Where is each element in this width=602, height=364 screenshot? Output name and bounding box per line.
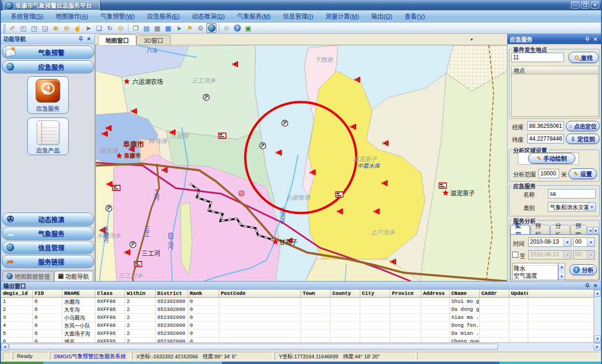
menu-item-D[interactable]: 动态推演(D): [186, 10, 231, 22]
hour-to-select[interactable]: 00 ▼: [573, 250, 595, 260]
nav-group-weather-warning[interactable]: 气象预警: [2, 46, 94, 59]
pointer-icon[interactable]: ➤: [83, 23, 93, 33]
pin-icon[interactable]: [584, 282, 591, 289]
menu-item-V[interactable]: 查看(V): [398, 10, 431, 22]
reservoir-flag-icon[interactable]: [336, 192, 343, 197]
select-polygon-icon[interactable]: ◳: [29, 23, 39, 33]
close-icon[interactable]: ✕: [592, 36, 599, 42]
column-header-Town[interactable]: Town: [301, 290, 330, 297]
column-header-District[interactable]: District: [155, 290, 188, 297]
longitude-input[interactable]: [527, 121, 564, 131]
column-header-Provice[interactable]: Provice: [390, 290, 421, 297]
zoom-in-icon[interactable]: ⊕: [51, 23, 61, 33]
nav-button-0[interactable]: ✇动态推演: [2, 213, 94, 226]
nav-button-3[interactable]: ➦服务链接: [2, 255, 94, 268]
globe-icon[interactable]: [206, 23, 216, 33]
manual-draw-button[interactable]: ✎ 手动绘制: [528, 153, 575, 164]
find-button[interactable]: 查找: [569, 52, 599, 63]
table-row[interactable]: 30小马厩沟0XFF8626523020000Xiao ma ...: [1, 313, 595, 321]
mine-site-icon[interactable]: [260, 143, 266, 149]
scroll-up-icon[interactable]: ▲: [559, 263, 565, 270]
date-select[interactable]: 2010-08-13 ▼: [528, 237, 571, 247]
toolbar-grip[interactable]: [3, 24, 6, 32]
hour-select[interactable]: 00 ▼: [573, 237, 595, 247]
nav-button-1[interactable]: ☁气象服务: [2, 227, 94, 240]
pin-icon[interactable]: [584, 36, 591, 42]
service-type-select[interactable]: 气象和洪水灾害 ▼: [548, 202, 596, 212]
placemark-icon[interactable]: ⚑: [185, 23, 195, 33]
mine-site-icon[interactable]: [130, 242, 136, 248]
table-vertical-scrollbar[interactable]: ▲ ▼: [594, 290, 601, 342]
menu-item-O[interactable]: 输出(O): [365, 10, 399, 22]
menu-item-A[interactable]: 地图操作(A): [49, 10, 94, 22]
location-list[interactable]: [511, 74, 599, 117]
scroll-up-icon[interactable]: ▲: [594, 290, 601, 297]
full-extent-icon[interactable]: ❏: [94, 23, 104, 33]
mine-site-icon[interactable]: [203, 95, 209, 101]
tab-live[interactable]: 实况: [510, 225, 530, 234]
table-horizontal-scrollbar[interactable]: ◄ ►: [1, 342, 601, 350]
tab-forecast[interactable]: 预报: [531, 225, 550, 234]
column-header-dmgis_id[interactable]: dmgis_id: [1, 290, 32, 297]
help-icon[interactable]: ?: [232, 23, 242, 33]
date-to-select[interactable]: 2010-08-13 ▼: [528, 250, 571, 260]
pan-icon[interactable]: ☝: [72, 23, 82, 33]
close-button[interactable]: ✕: [591, 1, 599, 8]
print-setup-icon[interactable]: ▩: [163, 23, 173, 33]
menu-item-W[interactable]: 气象预警(W): [95, 10, 141, 22]
measure-icon[interactable]: ✐: [8, 23, 17, 33]
tab-3d-window[interactable]: 3D窗口: [136, 35, 171, 45]
list-item[interactable]: 降水: [513, 266, 558, 273]
scene-icon[interactable]: ▣: [243, 23, 253, 33]
identify-icon[interactable]: ⊙: [116, 23, 126, 33]
minimize-button[interactable]: —: [571, 1, 579, 8]
column-header-Class[interactable]: Class: [95, 290, 125, 297]
factor-list[interactable]: 降水 空气温度: [512, 263, 558, 280]
tab-analysis[interactable]: 分析: [550, 225, 570, 234]
column-header-FID[interactable]: FID: [32, 290, 62, 297]
factor-list-scrollbar[interactable]: ▲ ▼: [558, 263, 565, 280]
scrollbar-thumb[interactable]: [9, 344, 498, 350]
tab-plan[interactable]: 预案: [570, 225, 587, 234]
menu-item-M[interactable]: 测量计算(M): [319, 10, 365, 22]
column-header-Address[interactable]: Address: [421, 290, 449, 297]
nav-button-2[interactable]: 信息管理: [2, 241, 94, 254]
column-header-Rank[interactable]: Rank: [188, 290, 219, 297]
close-icon[interactable]: ✕: [86, 36, 92, 42]
service-name-input[interactable]: [548, 189, 596, 198]
column-header-Within[interactable]: Within: [125, 290, 155, 297]
settings-icon[interactable]: ⚙: [196, 23, 206, 33]
deselect-icon[interactable]: ◲: [40, 23, 50, 33]
select-feature-icon[interactable]: ➤: [174, 23, 184, 33]
close-icon[interactable]: ✕: [592, 282, 599, 289]
refresh-icon[interactable]: ↻: [105, 23, 115, 33]
click-locate-button[interactable]: ⌂ 点击定位: [566, 121, 600, 131]
pin-icon[interactable]: [78, 36, 84, 42]
zoom-out-icon[interactable]: ⊖: [62, 23, 71, 33]
tab-scroll-left-icon[interactable]: ◄: [587, 227, 593, 234]
scroll-down-icon[interactable]: ▼: [559, 273, 565, 280]
map-canvas[interactable]: 八斗六运湖农场三工河乡下西泉九运街种马场阜康市城关镇阜康市滋泥泉子中葛水库小泉牧…: [95, 45, 507, 281]
set-button[interactable]: ✎ 设置: [569, 168, 597, 179]
scroll-right-icon[interactable]: ►: [594, 343, 601, 350]
chevron-down-icon[interactable]: ▼: [588, 203, 595, 211]
maximize-button[interactable]: ❐: [581, 1, 589, 8]
to-checkbox[interactable]: [512, 252, 518, 258]
export-map-icon[interactable]: ▤: [142, 23, 151, 33]
menu-item-M[interactable]: 气象服务(M): [231, 10, 277, 22]
mine-site-icon[interactable]: [106, 206, 112, 212]
emergency-service-button[interactable]: 应急服务: [27, 76, 69, 114]
column-header-Update[interactable]: Update: [509, 290, 528, 297]
select-rectangle-icon[interactable]: ◰: [18, 23, 28, 33]
chevron-down-icon[interactable]: ▼: [467, 36, 476, 43]
column-header-CName[interactable]: CName: [449, 290, 479, 297]
reservoir-flag-icon[interactable]: [135, 261, 142, 267]
table-row[interactable]: 40东风一小队0XFF8626523020000Dong fen...: [1, 321, 595, 329]
reservoir-flag-icon[interactable]: [219, 133, 226, 138]
menu-item-I[interactable]: 信息管理(I): [277, 10, 319, 22]
emergency-product-button[interactable]: 应急产品: [27, 118, 69, 155]
layers-icon[interactable]: ❐: [131, 23, 141, 33]
chevron-down-icon[interactable]: ▼: [587, 238, 594, 246]
menu-item-S[interactable]: 系统管理(S): [5, 10, 49, 22]
analyze-button[interactable]: i 分析: [570, 264, 597, 275]
